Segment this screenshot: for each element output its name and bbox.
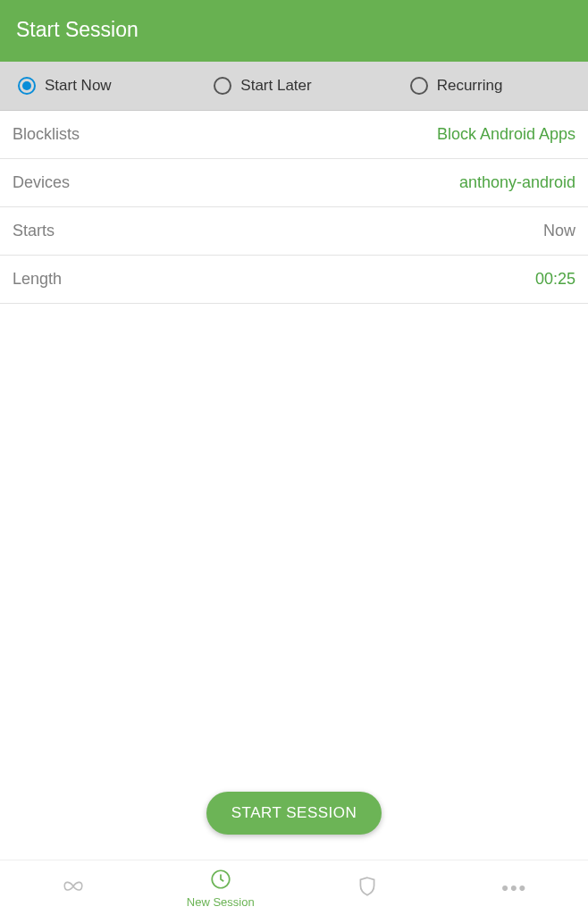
clock-icon (209, 868, 232, 894)
start-session-button[interactable]: START SESSION (206, 792, 382, 835)
radio-icon (18, 77, 36, 95)
tab-more[interactable]: ••• (441, 878, 589, 898)
settings-list: Blocklists Block Android Apps Devices an… (0, 111, 588, 792)
tab-label: New Session (187, 895, 255, 909)
tab-butterfly[interactable] (0, 875, 147, 901)
segment-label: Start Later (240, 77, 311, 95)
row-devices[interactable]: Devices anthony-android (0, 159, 588, 207)
segment-start-later[interactable]: Start Later (196, 77, 391, 95)
more-icon: ••• (501, 878, 527, 898)
butterfly-icon (62, 875, 85, 901)
shield-icon (356, 875, 379, 901)
row-value: Block Android Apps (437, 125, 575, 144)
tab-shield[interactable] (294, 875, 441, 901)
segment-start-now[interactable]: Start Now (0, 77, 196, 95)
timing-segmented-control: Start Now Start Later Recurring (0, 62, 588, 111)
bottom-tab-bar: New Session ••• (0, 860, 588, 915)
row-value: Now (543, 222, 575, 240)
row-label: Length (13, 270, 62, 289)
row-value: anthony-android (459, 173, 575, 192)
segment-recurring[interactable]: Recurring (392, 77, 588, 95)
radio-icon (214, 77, 231, 95)
row-length[interactable]: Length 00:25 (0, 256, 588, 304)
row-value: 00:25 (535, 270, 575, 289)
row-label: Devices (13, 173, 70, 192)
segment-label: Start Now (45, 77, 112, 95)
tab-new-session[interactable]: New Session (147, 868, 295, 909)
row-label: Blocklists (13, 125, 80, 144)
row-starts[interactable]: Starts Now (0, 207, 588, 256)
row-label: Starts (13, 222, 55, 240)
row-blocklists[interactable]: Blocklists Block Android Apps (0, 111, 588, 159)
radio-icon (410, 77, 428, 95)
segment-label: Recurring (437, 77, 503, 95)
page-title: Start Session (0, 0, 588, 62)
